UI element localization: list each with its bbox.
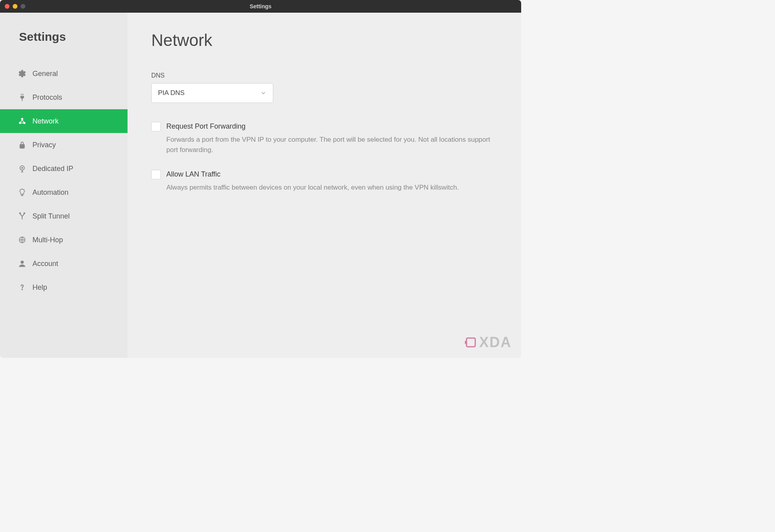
sidebar-item-label: Help <box>32 283 47 292</box>
sidebar-item-label: Privacy <box>32 141 56 149</box>
option-request-port-forwarding: Request Port Forwarding Forwards a port … <box>151 122 497 155</box>
ip-pin-icon <box>17 164 27 173</box>
sidebar-item-general[interactable]: General <box>0 62 128 86</box>
sidebar: Settings General Protocols Network <box>0 13 128 358</box>
sidebar-item-privacy[interactable]: Privacy <box>0 133 128 157</box>
sidebar-item-label: Account <box>32 260 58 268</box>
option-description: Always permits traffic between devices o… <box>166 182 491 193</box>
xda-watermark: XDA <box>464 334 512 351</box>
dns-selected-value: PIA DNS <box>158 89 185 97</box>
close-window-button[interactable] <box>5 4 10 9</box>
sidebar-item-help[interactable]: Help <box>0 276 128 299</box>
titlebar: Settings <box>0 0 521 13</box>
svg-point-4 <box>21 167 23 169</box>
svg-point-9 <box>22 289 23 290</box>
network-icon <box>17 116 27 126</box>
option-allow-lan-traffic: Allow LAN Traffic Always permits traffic… <box>151 170 497 193</box>
window-title: Settings <box>249 3 271 10</box>
sidebar-item-label: Dedicated IP <box>32 165 73 173</box>
minimize-window-button[interactable] <box>13 4 17 9</box>
page-title: Network <box>151 31 497 50</box>
allow-lan-traffic-checkbox[interactable] <box>151 170 161 179</box>
sidebar-item-label: Automation <box>32 188 69 197</box>
request-port-forwarding-checkbox[interactable] <box>151 122 161 131</box>
main-panel: Network DNS PIA DNS Request Port Forward… <box>128 13 521 358</box>
svg-point-0 <box>21 118 23 120</box>
chevron-down-icon <box>260 90 267 96</box>
sidebar-item-protocols[interactable]: Protocols <box>0 86 128 109</box>
sidebar-item-multi-hop[interactable]: Multi-Hop <box>0 228 128 252</box>
xda-logo-icon <box>464 336 478 349</box>
svg-point-5 <box>19 213 21 214</box>
gear-icon <box>17 69 27 78</box>
sidebar-item-network[interactable]: Network <box>0 109 128 133</box>
svg-point-6 <box>24 213 25 214</box>
sidebar-item-label: General <box>32 70 58 78</box>
option-title: Request Port Forwarding <box>166 122 491 131</box>
sidebar-item-label: Protocols <box>32 93 62 102</box>
sidebar-item-automation[interactable]: Automation <box>0 180 128 204</box>
sidebar-item-label: Multi-Hop <box>32 236 63 244</box>
sidebar-header: Settings <box>0 30 128 44</box>
sidebar-item-label: Network <box>32 117 59 125</box>
svg-rect-10 <box>467 338 475 347</box>
plug-icon <box>17 93 27 102</box>
svg-rect-11 <box>465 341 467 344</box>
window-controls <box>5 4 25 9</box>
dns-label: DNS <box>151 72 497 79</box>
sidebar-item-split-tunnel[interactable]: Split Tunnel <box>0 204 128 228</box>
person-icon <box>17 259 27 268</box>
lightbulb-icon <box>17 188 27 197</box>
sidebar-item-label: Split Tunnel <box>32 212 70 220</box>
maximize-window-button[interactable] <box>21 4 25 9</box>
option-title: Allow LAN Traffic <box>166 170 491 179</box>
lock-icon <box>17 140 27 150</box>
svg-point-8 <box>21 261 23 264</box>
option-description: Forwards a port from the VPN IP to your … <box>166 135 491 155</box>
sidebar-item-account[interactable]: Account <box>0 252 128 276</box>
question-icon <box>17 283 27 292</box>
split-icon <box>17 211 27 221</box>
globe-arrows-icon <box>17 235 27 245</box>
watermark-text: XDA <box>479 334 512 351</box>
dns-select[interactable]: PIA DNS <box>151 83 273 103</box>
sidebar-item-dedicated-ip[interactable]: Dedicated IP <box>0 157 128 180</box>
